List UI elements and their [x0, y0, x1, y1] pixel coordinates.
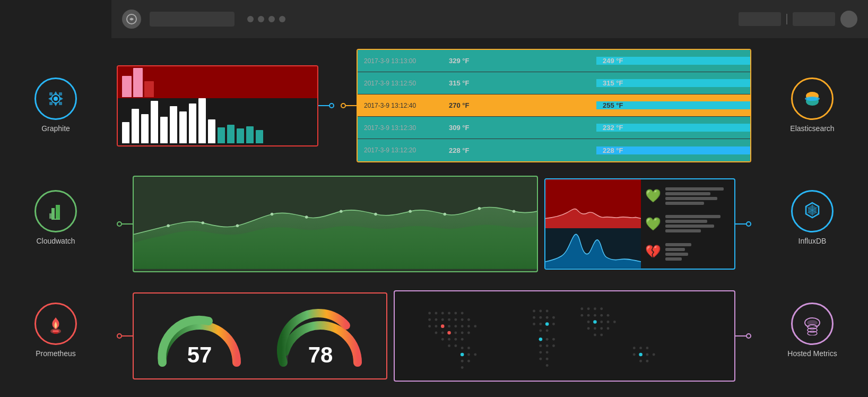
svg-point-121: [639, 360, 642, 363]
svg-point-60: [448, 344, 450, 347]
table-cell-time: 2017-3-9 13:12:20: [358, 146, 442, 154]
bar-chart-panel: [117, 65, 318, 146]
svg-rect-12: [56, 205, 60, 219]
svg-point-85: [552, 338, 555, 341]
svg-point-124: [441, 324, 445, 328]
sidebar-item-hosted-metrics[interactable]: Hosted Metrics: [787, 303, 837, 358]
table-cell-time: 2017-3-9 13:12:50: [358, 80, 442, 87]
zoom-button[interactable]: [739, 12, 781, 26]
svg-point-82: [546, 329, 549, 332]
svg-point-123: [447, 331, 451, 334]
svg-point-70: [533, 309, 535, 312]
svg-rect-17: [54, 332, 58, 334]
svg-point-65: [467, 353, 470, 356]
left-sidebar: Graphite Cloudwatch: [0, 38, 111, 397]
table-cell-val2: 228 °F: [596, 146, 750, 154]
svg-point-93: [546, 364, 549, 367]
sidebar-item-prometheus[interactable]: Prometheus: [34, 303, 77, 358]
svg-point-58: [454, 338, 457, 341]
svg-point-62: [461, 347, 464, 349]
svg-point-111: [607, 327, 610, 330]
nav-dot-3[interactable]: [268, 16, 275, 22]
search-input[interactable]: [150, 12, 235, 27]
svg-point-94: [580, 307, 583, 310]
svg-point-56: [441, 338, 444, 341]
connector-health-right: [735, 221, 751, 227]
table-cell-time: 2017-3-9 13:12:30: [358, 124, 442, 132]
gauge-1: 57: [152, 299, 247, 373]
svg-point-28: [513, 210, 515, 212]
mid-row: 💚 💚: [117, 169, 751, 279]
svg-rect-11: [51, 208, 55, 219]
svg-point-99: [587, 314, 590, 316]
svg-rect-13: [49, 213, 51, 219]
health-row-3: 💔: [645, 243, 730, 261]
svg-point-80: [552, 323, 555, 325]
graphite-icon-circle: [34, 77, 77, 120]
svg-point-39: [454, 318, 457, 321]
svg-point-68: [467, 360, 470, 363]
svg-point-22: [305, 215, 308, 218]
health-panel: 💚 💚: [544, 178, 735, 270]
health-row-1: 💚: [645, 187, 730, 205]
connector-area-left: [117, 221, 133, 227]
settings-button[interactable]: [793, 12, 835, 26]
svg-point-18: [167, 225, 169, 227]
svg-point-125: [545, 322, 549, 326]
svg-point-120: [653, 353, 655, 356]
bar-chart-bottom: [118, 98, 317, 145]
svg-point-78: [539, 323, 542, 325]
svg-point-113: [600, 333, 603, 336]
map-panel: [394, 290, 735, 382]
prometheus-label: Prometheus: [36, 349, 75, 358]
svg-point-108: [587, 327, 590, 330]
svg-point-36: [435, 318, 437, 321]
svg-point-47: [461, 325, 464, 327]
gauge-2: 78: [273, 299, 368, 373]
svg-point-91: [539, 357, 542, 360]
svg-rect-3: [49, 92, 53, 96]
graphite-label: Graphite: [41, 124, 70, 133]
svg-point-24: [374, 213, 377, 215]
prometheus-icon-circle: [34, 303, 77, 345]
health-bottom-area: [545, 228, 641, 269]
svg-marker-8: [54, 103, 57, 106]
svg-point-127: [639, 352, 643, 356]
health-bars-2: [665, 215, 730, 232]
sidebar-item-influxdb[interactable]: InfluxDB: [791, 190, 834, 245]
connector-gauge-left: [117, 333, 133, 339]
svg-point-53: [454, 331, 457, 334]
table-row: 2017-3-9 13:12:20 228 °F 228 °F: [358, 139, 750, 161]
elasticsearch-icon-circle: [791, 77, 834, 120]
heart-icon-broken: 💔: [645, 244, 661, 259]
health-top-area: [545, 179, 641, 228]
svg-point-109: [594, 327, 596, 330]
sidebar-item-cloudwatch[interactable]: Cloudwatch: [34, 190, 77, 245]
sidebar-item-graphite[interactable]: Graphite: [34, 77, 77, 133]
svg-point-74: [539, 316, 542, 319]
svg-point-66: [474, 353, 476, 356]
sidebar-item-elasticsearch[interactable]: Elasticsearch: [790, 77, 834, 133]
bot-row: 57: [117, 286, 751, 386]
nav-dot-2[interactable]: [258, 16, 264, 22]
nav-dot-4[interactable]: [279, 16, 285, 22]
svg-point-38: [448, 318, 450, 321]
health-right-panel: 💚 💚: [641, 179, 734, 269]
area-chart-svg: [134, 177, 537, 269]
grafana-logo: [122, 10, 141, 29]
table-cell-val1: 309 °F: [442, 124, 596, 132]
nav-dot-1[interactable]: [247, 16, 254, 22]
user-avatar[interactable]: [840, 11, 857, 28]
gauge-2-value: 78: [308, 342, 333, 368]
main-content: Graphite Cloudwatch: [0, 38, 868, 397]
svg-point-86: [539, 344, 542, 347]
table-cell-val2: 255 °F: [596, 101, 750, 109]
table-cell-val2: 232 °F: [596, 124, 750, 132]
cloudwatch-icon-circle: [34, 190, 77, 232]
svg-marker-10: [60, 97, 63, 100]
table-panel: 2017-3-9 13:13:00 329 °F 249 °F 2017-3-9…: [357, 49, 751, 162]
svg-point-40: [461, 318, 464, 321]
svg-point-102: [607, 314, 610, 316]
svg-point-96: [594, 307, 596, 310]
svg-point-128: [461, 352, 464, 356]
